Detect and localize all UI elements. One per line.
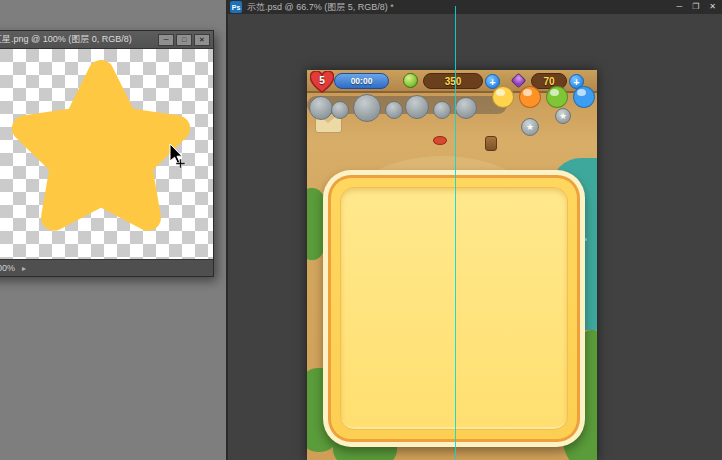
window-controls: ─ □ ✕ <box>158 34 210 46</box>
window-title: 五星.png @ 100% (图层 0, RGB/8) <box>0 33 158 46</box>
stone <box>309 96 333 120</box>
move-tool-cursor <box>167 143 189 171</box>
dialog-panel-body <box>331 178 577 439</box>
starfish-stone: ★ <box>521 118 539 136</box>
vertical-guide-line[interactable] <box>455 6 456 460</box>
green-gem-icon <box>403 73 418 88</box>
status-menu-arrow-icon[interactable]: ▸ <box>22 264 26 273</box>
transparent-canvas[interactable] <box>0 49 213 259</box>
floating-document-window: 五星.png @ 100% (图层 0, RGB/8) ─ □ ✕ 100% ▸ <box>0 30 214 277</box>
stone <box>385 101 403 119</box>
booster-ball-green <box>546 86 568 108</box>
lives-count: 5 <box>310 75 334 86</box>
document-tab-bar: Ps 示范.psd @ 66.7% (图层 5, RGB/8) * ─ ❐ ✕ <box>228 0 722 14</box>
window-title-bar[interactable]: 五星.png @ 100% (图层 0, RGB/8) ─ □ ✕ <box>0 31 213 49</box>
booster-ball-blue <box>573 86 595 108</box>
dialog-panel-inner <box>340 187 568 430</box>
zoom-level[interactable]: 100% <box>0 263 15 273</box>
close-icon[interactable]: ✕ <box>709 1 716 13</box>
stone <box>405 95 429 119</box>
dialog-panel <box>323 170 585 447</box>
minimize-icon[interactable]: ─ <box>676 1 682 13</box>
crab-decoration <box>433 136 447 145</box>
stone <box>455 97 477 119</box>
document-canvas-area[interactable]: ★ ★ 5 00:00 350 + 70 + <box>228 14 722 460</box>
starfish-stone: ★ <box>555 108 571 124</box>
close-button[interactable]: ✕ <box>194 34 210 46</box>
status-bar: 100% ▸ <box>0 259 213 276</box>
photoshop-workspace: Ps 示范.psd @ 66.7% (图层 5, RGB/8) * ─ ❐ ✕ <box>0 0 722 460</box>
timer-banner: 00:00 <box>334 73 389 89</box>
booster-ball-yellow <box>492 86 514 108</box>
lives-heart-icon: 5 <box>310 71 334 93</box>
minimize-button[interactable]: ─ <box>158 34 174 46</box>
game-artwork[interactable]: ★ ★ 5 00:00 350 + 70 + <box>307 70 597 460</box>
dialog-panel-ring <box>328 175 580 442</box>
restore-icon[interactable]: ❐ <box>692 1 699 13</box>
stone <box>433 101 451 119</box>
maximize-button[interactable]: □ <box>176 34 192 46</box>
barrel-decoration <box>485 136 497 151</box>
stone <box>331 101 349 119</box>
document-pane: Ps 示范.psd @ 66.7% (图层 5, RGB/8) * ─ ❐ ✕ <box>226 0 722 460</box>
photoshop-logo: Ps <box>230 1 242 13</box>
document-tab[interactable]: 示范.psd @ 66.7% (图层 5, RGB/8) * <box>247 1 394 14</box>
booster-ball-orange <box>519 86 541 108</box>
window-controls: ─ ❐ ✕ <box>676 1 716 13</box>
score-board: 350 <box>423 73 483 89</box>
stone <box>353 94 381 122</box>
